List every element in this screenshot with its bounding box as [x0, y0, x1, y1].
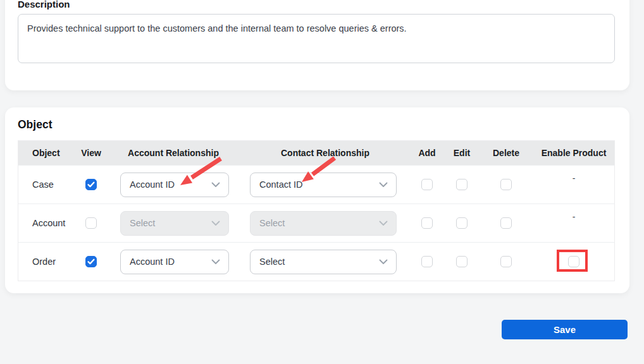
- object-card-title: Object: [18, 118, 52, 131]
- account-account-relationship-select[interactable]: Select: [120, 211, 229, 236]
- table-header-row: Object View Account Relationship Contact…: [18, 141, 614, 165]
- save-button[interactable]: Save: [502, 320, 628, 339]
- chevron-down-icon: [211, 259, 220, 265]
- account-contact-relationship-select[interactable]: Select: [250, 211, 397, 236]
- account-delete-checkbox[interactable]: [500, 217, 512, 229]
- order-account-relationship-select[interactable]: Account ID: [120, 250, 229, 274]
- description-card: Description Provides technical support t…: [5, 0, 629, 90]
- case-contact-relationship-select[interactable]: Contact ID: [250, 173, 397, 197]
- description-label: Description: [18, 0, 70, 9]
- account-edit-checkbox[interactable]: [456, 217, 468, 229]
- chevron-down-icon: [379, 259, 388, 265]
- col-header-enable-product: Enable Product: [532, 141, 616, 165]
- chevron-down-icon: [379, 221, 388, 226]
- case-add-checkbox[interactable]: [421, 179, 433, 190]
- description-text: Provides technical support to the custom…: [27, 23, 407, 33]
- order-contact-relationship-select[interactable]: Select: [250, 250, 397, 274]
- col-header-account-relationship: Account Relationship: [107, 141, 240, 165]
- chevron-down-icon: [211, 182, 220, 188]
- case-delete-checkbox[interactable]: [500, 179, 512, 190]
- order-edit-checkbox[interactable]: [456, 256, 468, 267]
- row-label: Account: [18, 204, 75, 242]
- row-label: Case: [18, 166, 75, 203]
- col-header-view: View: [75, 141, 107, 165]
- account-enable-product-dash: -: [573, 212, 576, 222]
- table-row-case: Case Account ID Contact ID: [18, 165, 614, 203]
- col-header-delete: Delete: [480, 141, 532, 165]
- col-header-contact-relationship: Contact Relationship: [240, 141, 411, 165]
- col-header-object: Object: [18, 141, 75, 165]
- order-delete-checkbox[interactable]: [500, 256, 512, 267]
- case-enable-product-dash: -: [573, 173, 576, 183]
- account-view-checkbox[interactable]: [85, 217, 97, 229]
- object-card: Object Object View Account Relationship …: [5, 107, 629, 293]
- order-view-checkbox[interactable]: [85, 256, 97, 267]
- col-header-add: Add: [411, 141, 443, 165]
- chevron-down-icon: [379, 182, 388, 188]
- object-permissions-table: Object View Account Relationship Contact…: [18, 140, 615, 281]
- order-enable-product-checkbox[interactable]: [568, 256, 579, 267]
- chevron-down-icon: [211, 221, 220, 226]
- col-header-edit: Edit: [443, 141, 480, 165]
- table-row-order: Order Account ID Select: [18, 242, 614, 281]
- order-add-checkbox[interactable]: [421, 256, 433, 267]
- check-icon: [87, 181, 95, 188]
- case-view-checkbox[interactable]: [85, 179, 97, 190]
- check-icon: [87, 258, 95, 265]
- case-edit-checkbox[interactable]: [456, 179, 468, 190]
- description-textarea[interactable]: Provides technical support to the custom…: [18, 14, 615, 63]
- account-add-checkbox[interactable]: [421, 217, 433, 229]
- page: Description Provides technical support t…: [0, 0, 644, 364]
- row-label: Order: [18, 243, 75, 281]
- table-row-account: Account Select Select: [18, 203, 614, 242]
- case-account-relationship-select[interactable]: Account ID: [120, 173, 229, 197]
